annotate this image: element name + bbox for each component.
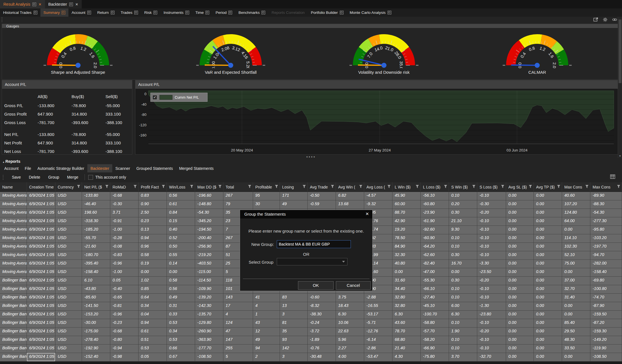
table-cell[interactable]: 12 bbox=[253, 328, 280, 336]
table-cell[interactable]: 0.00 bbox=[534, 260, 562, 268]
table-cell[interactable]: 0.00 bbox=[167, 268, 195, 277]
table-row[interactable]: Bollinger Bands6/9/2024 1:05USD-30.00-0.… bbox=[0, 319, 622, 328]
table-cell[interactable]: -363.90 bbox=[195, 336, 223, 344]
table-cell[interactable]: 6/9/2024 1:05 bbox=[27, 285, 55, 294]
filter-funnel-icon[interactable] bbox=[105, 185, 109, 189]
table-cell[interactable]: -139.20 bbox=[195, 294, 223, 302]
table-cell[interactable]: 0.00 bbox=[534, 344, 562, 353]
reports-toolbar-grip-handle[interactable] bbox=[3, 175, 3, 180]
table-cell[interactable]: 37.00 bbox=[562, 277, 590, 285]
table-row[interactable]: Bollinger Bands6/9/2024 1:05USD-192.90-0… bbox=[0, 344, 622, 353]
table-cell[interactable]: 0.00 bbox=[534, 277, 562, 285]
table-cell[interactable]: -0.24 bbox=[308, 319, 336, 328]
column-header-win-loss[interactable]: Win/Loss bbox=[167, 182, 195, 192]
table-cell[interactable]: USD bbox=[55, 277, 82, 285]
table-cell[interactable]: -60.80 bbox=[421, 200, 449, 209]
table-cell[interactable]: -5.71 bbox=[364, 319, 392, 328]
table-cell[interactable]: 0.04 bbox=[139, 311, 167, 319]
table-cell[interactable]: 16.70 bbox=[449, 260, 477, 268]
table-cell[interactable]: 49 bbox=[280, 200, 308, 209]
table-cell[interactable]: 29.50 bbox=[562, 328, 590, 336]
table-cell[interactable]: -82.40 bbox=[421, 260, 449, 268]
table-cell[interactable]: Moving Average bbox=[0, 268, 27, 277]
table-cell[interactable]: 49 bbox=[253, 336, 280, 344]
table-cell[interactable]: 6/9/2024 1:05 bbox=[27, 294, 55, 302]
column-header-max-cons[interactable]: Max Cons bbox=[562, 182, 590, 192]
table-cell[interactable]: -185.20 bbox=[82, 226, 110, 234]
view-tab-trades[interactable]: Trades bbox=[118, 8, 141, 17]
table-cell[interactable]: Bollinger Bands bbox=[0, 344, 27, 353]
filter-funnel-icon[interactable] bbox=[190, 185, 193, 189]
filter-funnel-icon[interactable] bbox=[331, 185, 334, 189]
table-cell[interactable]: Bollinger Bands bbox=[0, 319, 27, 328]
table-cell[interactable]: 0.00 bbox=[506, 268, 534, 277]
toolbar-grip-handle[interactable] bbox=[2, 17, 2, 22]
table-cell[interactable]: 0.53 bbox=[167, 336, 195, 344]
table-cell[interactable]: -395.40 bbox=[82, 260, 110, 268]
table-cell[interactable]: 0.00 bbox=[534, 353, 562, 361]
table-cell[interactable]: -0.30 bbox=[477, 200, 506, 209]
table-cell[interactable]: 3 bbox=[280, 353, 308, 361]
table-cell[interactable]: -43.80 bbox=[82, 285, 110, 294]
table-cell[interactable]: 0.56 bbox=[167, 192, 195, 200]
table-cell[interactable]: USD bbox=[55, 200, 82, 209]
table-cell[interactable]: 6/9/2024 1:05 bbox=[27, 217, 55, 226]
table-cell[interactable]: -108.50 bbox=[195, 353, 223, 361]
table-cell[interactable]: -0.23 bbox=[110, 319, 139, 328]
table-cell[interactable]: 2.27 bbox=[336, 344, 364, 353]
table-cell[interactable]: -64.20 bbox=[421, 243, 449, 251]
table-cell[interactable]: 6/9/2024 1:05 bbox=[27, 302, 55, 311]
table-cell[interactable]: Bollinger Bands bbox=[0, 328, 27, 336]
table-cell[interactable]: 6/9/2024 1:05 bbox=[27, 353, 55, 361]
table-cell[interactable]: 0.10 bbox=[449, 294, 477, 302]
table-cell[interactable]: Moving Average bbox=[0, 234, 27, 243]
table-cell[interactable]: 2.50 bbox=[139, 209, 167, 217]
table-cell[interactable]: 124 bbox=[223, 319, 253, 328]
table-cell[interactable]: USD bbox=[55, 226, 82, 234]
table-row[interactable]: Bollinger Bands6/9/2024 1:05USD-153.20-0… bbox=[0, 311, 622, 319]
table-cell[interactable]: -0.20 bbox=[477, 277, 506, 285]
table-cell[interactable]: -119.90 bbox=[590, 344, 622, 353]
table-cell[interactable]: 6/9/2024 1:05 bbox=[27, 311, 55, 319]
table-cell[interactable]: -153.20 bbox=[82, 311, 110, 319]
table-cell[interactable]: 40.60 bbox=[562, 192, 590, 200]
table-cell[interactable]: -219.20 bbox=[195, 251, 223, 260]
table-cell[interactable]: 6/9/2024 1:05 bbox=[27, 319, 55, 328]
table-cell[interactable]: USD bbox=[55, 192, 82, 200]
table-cell[interactable]: 142 bbox=[280, 344, 308, 353]
table-cell[interactable]: 0.10 bbox=[449, 285, 477, 294]
table-cell[interactable]: USD bbox=[55, 344, 82, 353]
column-chooser-icon[interactable] bbox=[610, 174, 616, 181]
table-cell[interactable]: -177.70 bbox=[195, 344, 223, 353]
table-cell[interactable]: 83 bbox=[280, 294, 308, 302]
table-cell[interactable]: -32.70 bbox=[477, 353, 506, 361]
table-cell[interactable]: -0.80 bbox=[110, 336, 139, 344]
filter-funnel-icon[interactable] bbox=[303, 185, 306, 189]
table-cell[interactable]: Moving Average bbox=[0, 200, 27, 209]
table-cell[interactable]: -133.80 bbox=[82, 192, 110, 200]
settings-gear-icon[interactable] bbox=[602, 17, 608, 22]
table-cell[interactable]: 0.83 bbox=[139, 192, 167, 200]
table-cell[interactable]: 0.55 bbox=[167, 251, 195, 260]
filter-funnel-icon[interactable] bbox=[557, 185, 560, 189]
dialog-close-icon[interactable]: ✕ bbox=[365, 211, 369, 216]
table-cell[interactable]: 0.30 bbox=[449, 277, 477, 285]
table-cell[interactable]: -0.96 bbox=[110, 311, 139, 319]
table-cell[interactable]: 60.00 bbox=[392, 200, 421, 209]
column-header-net-p-l-[interactable]: Net P/L ($ bbox=[82, 182, 110, 192]
table-cell[interactable]: USD bbox=[55, 328, 82, 336]
table-cell[interactable]: 0.49 bbox=[167, 294, 195, 302]
table-cell[interactable]: 198.60 bbox=[82, 209, 110, 217]
table-cell[interactable]: USD bbox=[55, 217, 82, 226]
table-cell[interactable]: -1.89 bbox=[308, 336, 336, 344]
table-cell[interactable]: 0.10 bbox=[449, 234, 477, 243]
table-cell[interactable]: 0.10 bbox=[449, 319, 477, 328]
table-cell[interactable]: -200.40 bbox=[195, 234, 223, 243]
table-cell[interactable]: 1.02 bbox=[139, 277, 167, 285]
view-tab-summary[interactable]: Summary bbox=[40, 8, 69, 17]
table-cell[interactable]: 6/9/2024 1:05 bbox=[27, 192, 55, 200]
table-cell[interactable]: 0.00 bbox=[562, 268, 590, 277]
table-cell[interactable]: 0.00 bbox=[534, 268, 562, 277]
table-cell[interactable]: 0.53 bbox=[139, 344, 167, 353]
table-cell[interactable]: -0.10 bbox=[477, 319, 506, 328]
